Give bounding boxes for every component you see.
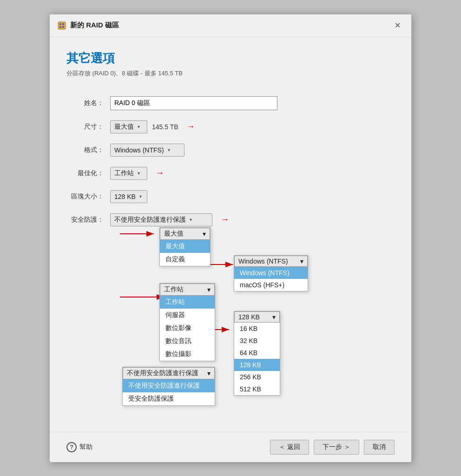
raid-icon: [57, 21, 66, 30]
subtitle: 分區存放 (RAID 0)、8 磁碟 - 最多 145.5 TB: [66, 69, 395, 78]
optimize-option-photo[interactable]: 數位影像: [160, 322, 215, 335]
arrows-svg: [66, 227, 395, 423]
chevron-down-icon: ▾: [138, 124, 140, 129]
footer: ? 幫助 ＜ 返回 下一步 ＞ 取消: [50, 432, 411, 462]
block-option-32[interactable]: 32 KB: [234, 335, 280, 347]
format-control: Windows (NTFS) ▾: [110, 144, 184, 157]
help-button[interactable]: ? 幫助: [66, 442, 92, 452]
chevron-down-icon: ▾: [168, 147, 170, 152]
optimize-option-camera[interactable]: 數位攝影: [160, 348, 215, 361]
title-bar-left: 新的 RAID 磁區: [57, 21, 119, 30]
block-select[interactable]: 128 KB ▾: [110, 190, 147, 203]
optimize-option-server[interactable]: 伺服器: [160, 309, 215, 322]
size-option-max[interactable]: 最大值: [160, 240, 210, 253]
format-select[interactable]: Windows (NTFS) ▾: [110, 144, 184, 157]
format-dropdown[interactable]: Windows (NTFS) ▾ Windows (NTFS) macOS (H…: [234, 255, 308, 291]
cancel-button[interactable]: 取消: [364, 440, 395, 455]
dialog-title: 新的 RAID 磁區: [70, 21, 119, 30]
form-area: 姓名： 尺寸： 最大值 ▾ 145.5 TB →: [66, 96, 395, 423]
chevron-down-icon: ▾: [207, 370, 211, 377]
name-row: 姓名：: [66, 96, 395, 110]
size-select[interactable]: 最大值 ▾: [110, 120, 147, 133]
chevron-down-icon: ▾: [139, 194, 142, 199]
name-input[interactable]: [110, 96, 277, 110]
chevron-down-icon: ▾: [272, 313, 276, 321]
chevron-down-icon: ▾: [203, 230, 206, 238]
security-select[interactable]: 不使用安全防護進行保護 ▾: [110, 213, 212, 226]
svg-rect-0: [58, 22, 66, 29]
name-control: [110, 96, 277, 110]
block-option-512[interactable]: 512 KB: [234, 383, 280, 395]
arrow-icon: →: [156, 168, 164, 178]
format-dropdown-header[interactable]: Windows (NTFS) ▾: [234, 256, 308, 267]
optimize-option-workstation[interactable]: 工作站: [160, 296, 215, 309]
chevron-down-icon: ▾: [138, 171, 140, 176]
footer-left: ? 幫助: [66, 442, 92, 452]
close-button[interactable]: ✕: [391, 19, 404, 32]
block-dropdown[interactable]: 128 KB ▾ 16 KB 32 KB 64 KB 128 KB 256 KB…: [234, 311, 280, 396]
arrow-icon: →: [187, 122, 195, 132]
chevron-down-icon: ▾: [207, 286, 211, 293]
size-dropdown[interactable]: 最大值 ▾ 最大值 自定義: [159, 227, 211, 266]
block-dropdown-header[interactable]: 128 KB ▾: [234, 311, 280, 323]
svg-rect-1: [59, 23, 61, 25]
format-option-hfs[interactable]: macOS (HFS+): [234, 279, 308, 291]
optimize-dropdown[interactable]: 工作站 ▾ 工作站 伺服器 數位影像 數位音訊 數位攝影: [159, 283, 215, 361]
arrow-icon: →: [221, 215, 229, 225]
next-button[interactable]: 下一步 ＞: [314, 440, 359, 455]
svg-rect-2: [62, 23, 64, 25]
size-label: 尺寸：: [66, 123, 104, 131]
svg-rect-4: [62, 26, 64, 28]
block-control: 128 KB ▾: [110, 190, 147, 203]
format-label: 格式：: [66, 146, 104, 154]
security-row: 安全防護： 不使用安全防護進行保護 ▾ →: [66, 213, 395, 226]
block-row: 區塊大小： 128 KB ▾: [66, 190, 395, 203]
help-label: 幫助: [79, 443, 92, 451]
help-icon: ?: [66, 442, 77, 452]
chevron-down-icon: ▾: [190, 217, 192, 222]
security-option-protected[interactable]: 受安全防護保護: [123, 392, 215, 405]
format-option-ntfs[interactable]: Windows (NTFS): [234, 267, 308, 279]
security-control: 不使用安全防護進行保護 ▾ →: [110, 213, 229, 226]
dialog: 新的 RAID 磁區 ✕ 其它選項 分區存放 (RAID 0)、8 磁碟 - 最…: [49, 14, 412, 463]
page-title: 其它選項: [66, 50, 395, 66]
size-option-custom[interactable]: 自定義: [160, 253, 210, 266]
footer-right: ＜ 返回 下一步 ＞ 取消: [270, 440, 395, 455]
size-value: 145.5 TB: [152, 123, 178, 131]
optimize-dropdown-header[interactable]: 工作站 ▾: [160, 284, 215, 296]
security-dropdown[interactable]: 不使用安全防護進行保護 ▾ 不使用安全防護進行保護 受安全防護保護: [122, 367, 215, 406]
dropdowns-area: 最大值 ▾ 最大值 自定義 Windows (NTFS) ▾ Windows (…: [66, 227, 395, 423]
optimize-row: 最佳化： 工作站 ▾ →: [66, 167, 395, 180]
optimize-control: 工作站 ▾ →: [110, 167, 164, 180]
dialog-content: 其它選項 分區存放 (RAID 0)、8 磁碟 - 最多 145.5 TB 姓名…: [50, 37, 411, 432]
title-bar: 新的 RAID 磁區 ✕: [50, 14, 411, 37]
size-dropdown-header[interactable]: 最大值 ▾: [160, 228, 210, 240]
security-option-none[interactable]: 不使用安全防護進行保護: [123, 379, 215, 392]
block-option-16[interactable]: 16 KB: [234, 323, 280, 335]
chevron-down-icon: ▾: [300, 258, 303, 265]
back-button[interactable]: ＜ 返回: [270, 440, 309, 455]
block-label: 區塊大小：: [66, 192, 104, 201]
block-option-256[interactable]: 256 KB: [234, 371, 280, 383]
block-option-64[interactable]: 64 KB: [234, 347, 280, 359]
block-option-128[interactable]: 128 KB: [234, 359, 280, 371]
optimize-label: 最佳化：: [66, 169, 104, 178]
security-label: 安全防護：: [66, 216, 104, 224]
size-control: 最大值 ▾ 145.5 TB →: [110, 120, 195, 133]
size-row: 尺寸： 最大值 ▾ 145.5 TB →: [66, 120, 395, 133]
security-dropdown-header[interactable]: 不使用安全防護進行保護 ▾: [123, 367, 215, 379]
name-label: 姓名：: [66, 99, 104, 107]
svg-rect-3: [59, 26, 61, 28]
format-row: 格式： Windows (NTFS) ▾: [66, 144, 395, 157]
optimize-select[interactable]: 工作站 ▾: [110, 167, 147, 180]
optimize-option-audio[interactable]: 數位音訊: [160, 335, 215, 348]
